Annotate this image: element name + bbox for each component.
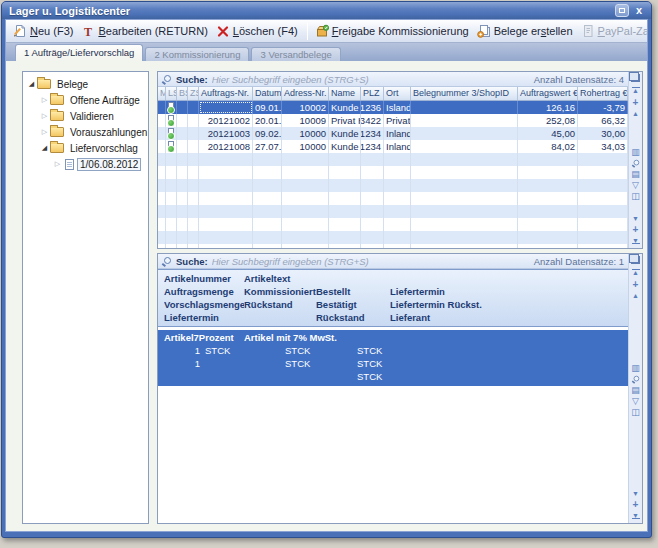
cell-bs [177, 101, 188, 114]
expanded-arrow-icon[interactable]: ◢ [26, 80, 37, 88]
column-header-12[interactable]: Auftragswert € [518, 87, 578, 100]
column-header-13[interactable]: Rohertrag € [578, 87, 628, 100]
cell-adresse [282, 205, 329, 218]
tree-item-label: Offene Aufträge [67, 94, 143, 107]
column-header-11[interactable]: Belegnummer 3/ShopID [411, 87, 518, 100]
tab-3[interactable]: 3 Versandbelege [251, 47, 340, 61]
cell-m [158, 101, 166, 114]
expanded-arrow-icon[interactable]: ◢ [39, 144, 50, 152]
append-record-icon[interactable]: + [630, 224, 642, 235]
column-header-5[interactable]: Auftrags-Nr. [199, 87, 253, 100]
table-row[interactable]: 2012100827.07.10000Kunde1234Inland84,023… [158, 140, 628, 153]
cell-adresse: 10009 [282, 114, 329, 127]
column-header-2[interactable]: LS [166, 87, 177, 100]
cell-auftrag [199, 153, 253, 166]
neu-label: Neu (F3) [30, 25, 73, 37]
scroll-up-icon[interactable]: ▲ [630, 290, 642, 301]
column-header-8[interactable]: Name [329, 87, 361, 100]
column-settings-icon[interactable]: ▥ [630, 147, 642, 158]
tree-item-label: 1/06.08.2012 [77, 158, 141, 171]
cell-name [329, 192, 361, 205]
cell-m [158, 244, 166, 248]
tree-item-6[interactable]: ▷1/06.08.2012 [23, 156, 148, 172]
scroll-down-icon[interactable]: ▼ [630, 213, 642, 224]
tree-item-label: Vorauszahlungen [67, 126, 149, 139]
scroll-bottom-icon[interactable]: ▼ [630, 235, 642, 246]
document-icon [65, 159, 74, 170]
column-chooser-icon[interactable] [631, 74, 640, 82]
tab-1[interactable]: 1 Aufträge/Liefervorschlag [15, 44, 143, 61]
cell-datum: 27.07. [253, 140, 282, 153]
table-row[interactable]: 09.01.10002Kunde1236Island126,16-3,79 [158, 101, 628, 114]
copy-record-icon[interactable]: ◫ [630, 407, 642, 418]
collapsed-arrow-icon[interactable]: ▷ [39, 96, 50, 104]
filter-icon[interactable]: ▽ [630, 180, 642, 191]
positions-search-input[interactable] [212, 256, 530, 267]
window-body: Neu (F3)TBearbeiten (RETURN)Löschen (F4)… [5, 19, 648, 532]
search-records-icon[interactable] [630, 158, 642, 169]
scroll-down-icon[interactable]: ▼ [630, 488, 642, 499]
cell-bs [177, 231, 188, 244]
record-value-row-2: 1STCKSTCK [158, 357, 628, 370]
table-row[interactable]: 2012100309.02.10000Kunde1234Inland45,003… [158, 127, 628, 140]
belege-erstellen-button[interactable]: Belege erstellen [474, 22, 578, 40]
loeschen-button[interactable]: Löschen (F4) [213, 22, 303, 40]
column-settings-icon[interactable]: ▥ [630, 363, 642, 374]
cell-ls [166, 166, 177, 179]
column-header-4[interactable]: ZS [188, 87, 199, 100]
cell-datum [253, 218, 282, 231]
cell-adresse [282, 192, 329, 205]
cell-zs [188, 218, 199, 231]
close-button[interactable]: x [634, 4, 644, 17]
tab-2[interactable]: 2 Kommissionierung [145, 47, 249, 61]
tree-item-3[interactable]: ▷Validieren [23, 108, 148, 124]
record-title-row: Artikel7ProzentArtikel mit 7% MwSt. [158, 331, 628, 344]
freigabe-kommissionierung-button[interactable]: Freigabe Kommissionierung [312, 22, 474, 40]
column-header-10[interactable]: Ort [384, 87, 411, 100]
column-chooser-icon[interactable] [631, 256, 640, 264]
scroll-top-icon[interactable]: ▲ [630, 268, 642, 279]
view-details-icon[interactable]: ▤ [630, 385, 642, 396]
maximize-button[interactable] [615, 4, 629, 17]
tree-item-4[interactable]: ▷Vorauszahlungen [23, 124, 148, 140]
cell-rohertrag: 66,32 [578, 114, 628, 127]
header-label: Artikelnummer [164, 272, 244, 285]
cell-m [158, 153, 166, 166]
bearbeiten-button[interactable]: TBearbeiten (RETURN) [78, 22, 212, 40]
insert-record-icon[interactable]: + [630, 97, 642, 108]
append-record-icon[interactable]: + [630, 499, 642, 510]
cell-m [158, 231, 166, 244]
orders-search-bar: Suche:Anzahl Datensätze: 4 [158, 72, 628, 87]
record-value-cell: STCK [244, 357, 316, 370]
tree-item-2[interactable]: ▷Offene Aufträge [23, 92, 148, 108]
tree-item-5[interactable]: ◢Liefervorschlag [23, 140, 148, 156]
filter-icon[interactable]: ▽ [630, 396, 642, 407]
scroll-top-icon[interactable]: ▲ [630, 86, 642, 97]
collapsed-arrow-icon[interactable]: ▷ [39, 112, 50, 120]
neu-button[interactable]: Neu (F3) [10, 22, 78, 40]
maximize-icon [619, 8, 625, 13]
copy-record-icon[interactable]: ◫ [630, 191, 642, 202]
scroll-up-icon[interactable]: ▲ [630, 108, 642, 119]
orders-search-input[interactable] [212, 74, 530, 85]
delivery-note-status-icon [168, 115, 174, 126]
cell-name [329, 231, 361, 244]
table-row[interactable]: 2012100220.01.10009Privat H3422Privat252… [158, 114, 628, 127]
table-row-empty [158, 153, 628, 166]
collapsed-arrow-icon[interactable]: ▷ [39, 128, 50, 136]
view-details-icon[interactable]: ▤ [630, 169, 642, 180]
cell-auftrag: 20121003 [199, 127, 253, 140]
column-header-6[interactable]: Datum [253, 87, 282, 100]
collapsed-arrow-icon[interactable]: ▷ [52, 160, 63, 168]
selected-position-record[interactable]: Artikel7ProzentArtikel mit 7% MwSt.1STCK… [158, 330, 628, 386]
record-value-cell [164, 370, 244, 383]
column-header-7[interactable]: Adress-Nr. [282, 87, 329, 100]
column-header-9[interactable]: PLZ [361, 87, 384, 100]
search-records-icon[interactable] [630, 374, 642, 385]
orders-record-count: Anzahl Datensätze: 4 [534, 74, 624, 85]
insert-record-icon[interactable]: + [630, 279, 642, 290]
column-header-1[interactable]: M [158, 87, 166, 100]
tree-item-1[interactable]: ◢Belege [23, 76, 148, 92]
column-header-3[interactable]: BS [177, 87, 188, 100]
scroll-bottom-icon[interactable]: ▼ [630, 510, 642, 521]
